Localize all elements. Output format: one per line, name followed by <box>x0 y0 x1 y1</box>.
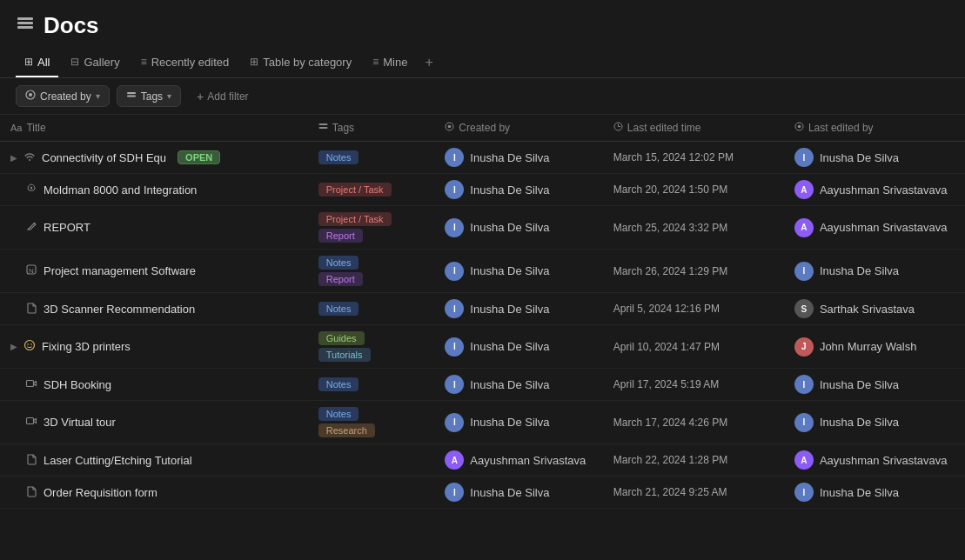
nav-add-button[interactable]: + <box>419 48 438 77</box>
tag: Tutorials <box>318 348 371 362</box>
nav-item-mine[interactable]: ≡ Mine <box>364 49 416 77</box>
row-icon <box>25 415 37 430</box>
tag: Notes <box>318 407 359 421</box>
edited-by-name: Inusha De Silva <box>820 151 899 164</box>
created-by-col-icon <box>445 122 454 134</box>
last-edited-by-cell: S Sarthak Srivastava <box>794 299 955 318</box>
created-by-cell: I Inusha De Silva <box>445 483 592 502</box>
last-edited-time: March 17, 2024 4:26 PM <box>603 401 784 444</box>
tags-filter[interactable]: Tags ▾ <box>117 85 181 107</box>
tag: Notes <box>318 256 359 270</box>
avatar: I <box>445 375 464 394</box>
last-edited-by-cell: A Aayushman Srivastavava <box>794 180 955 199</box>
svg-point-20 <box>25 341 35 350</box>
nav-bar: ⊞ All ⊟ Gallery ≡ Recently edited ⊞ Tabl… <box>0 48 965 78</box>
table-row[interactable]: NProject management SoftwareNotesReport … <box>0 250 965 293</box>
svg-rect-6 <box>127 96 136 97</box>
last-edited-time: March 20, 2024 1:50 PM <box>603 174 784 206</box>
svg-point-16 <box>29 159 30 161</box>
nav-item-table-by-category[interactable]: ⊞ Table by category <box>241 49 360 77</box>
tags-col-icon <box>318 122 328 134</box>
tag: Notes <box>318 302 359 316</box>
created-by-cell: I Inusha De Silva <box>445 375 592 394</box>
avatar: A <box>794 218 814 237</box>
last-edited-time: March 22, 2024 1:28 PM <box>603 444 784 477</box>
doc-title: SDH Booking <box>44 378 111 391</box>
created-by-name: Inusha De Silva <box>470 486 549 499</box>
avatar: I <box>445 262 464 281</box>
edited-by-name: John Murray Walsh <box>820 340 917 353</box>
docs-icon <box>16 14 35 37</box>
created-by-name: Aayushman Srivastava <box>470 454 586 467</box>
tags-chevron-icon: ▾ <box>167 91 171 101</box>
avatar: I <box>445 337 464 357</box>
avatar: A <box>445 450 464 470</box>
row-icon <box>25 453 37 468</box>
created-by-filter[interactable]: Created by ▾ <box>16 85 110 107</box>
last-edited-by-cell: I Inusha De Silva <box>794 262 955 281</box>
row-icon <box>25 302 37 317</box>
created-by-cell: I Inusha De Silva <box>445 262 592 281</box>
tag: Project / Task <box>318 212 392 226</box>
chevron-down-icon: ▾ <box>96 91 100 101</box>
created-by-name: Inusha De Silva <box>470 378 549 391</box>
table-row[interactable]: 3D Virtual tourNotesResearch I Inusha De… <box>0 401 965 444</box>
tag: Project / Task <box>318 183 392 197</box>
created-by-cell: I Inusha De Silva <box>445 148 592 167</box>
svg-rect-24 <box>27 418 34 424</box>
svg-point-10 <box>448 125 452 129</box>
row-icon <box>25 183 37 197</box>
header: Docs <box>0 0 965 48</box>
all-icon: ⊞ <box>24 56 33 68</box>
nav-item-gallery[interactable]: ⊟ Gallery <box>62 49 128 77</box>
table-container: Aa Title Tags <box>0 115 965 558</box>
last-edited-time: March 25, 2024 3:32 PM <box>603 206 784 250</box>
tag: Notes <box>318 377 359 391</box>
svg-rect-2 <box>17 26 33 29</box>
doc-title: 3D Virtual tour <box>44 416 116 429</box>
avatar: I <box>445 148 464 167</box>
created-by-name: Inusha De Silva <box>470 183 549 197</box>
avatar: I <box>445 180 464 199</box>
edited-by-name: Inusha De Silva <box>820 378 899 391</box>
expand-arrow[interactable]: ▶ <box>10 153 17 163</box>
doc-title: REPORT <box>44 221 90 234</box>
table-row[interactable]: Moldman 8000 and IntegrationProject / Ta… <box>0 174 965 206</box>
tags-icon <box>126 90 137 103</box>
table-row[interactable]: REPORTProject / TaskReport I Inusha De S… <box>0 206 965 250</box>
nav-item-all[interactable]: ⊞ All <box>16 49 58 77</box>
doc-title: Order Requisition form <box>44 486 157 499</box>
avatar: J <box>794 337 814 357</box>
tag: Research <box>318 423 375 437</box>
svg-point-17 <box>30 186 32 188</box>
add-filter-button[interactable]: + Add filter <box>188 86 258 107</box>
created-by-cell: I Inusha De Silva <box>445 413 592 432</box>
avatar: I <box>445 413 464 432</box>
table-row[interactable]: ▶Fixing 3D printersGuidesTutorials I Inu… <box>0 325 965 369</box>
table-row[interactable]: Order Requisition form I Inusha De Silva… <box>0 477 965 509</box>
svg-rect-1 <box>17 22 33 24</box>
doc-title: Moldman 8000 and Integration <box>44 183 197 197</box>
table-row[interactable]: Laser Cutting/Etching Tutorial A Aayushm… <box>0 444 965 477</box>
row-icon <box>25 377 37 392</box>
table-row[interactable]: ▶Connectivity of SDH EquOPENNotes I Inus… <box>0 142 965 174</box>
last-edited-by-cell: I Inusha De Silva <box>794 375 955 394</box>
doc-title: Project management Software <box>44 264 196 277</box>
last-edited-by-cell: A Aayushman Srivastavava <box>794 218 955 237</box>
tag: Report <box>318 272 363 286</box>
doc-title: Laser Cutting/Etching Tutorial <box>44 454 192 467</box>
created-by-name: Inusha De Silva <box>470 303 549 316</box>
svg-rect-8 <box>318 127 327 129</box>
last-edited-by-col-icon <box>794 122 804 134</box>
svg-point-4 <box>29 93 32 97</box>
row-icon <box>25 485 37 500</box>
expand-arrow[interactable]: ▶ <box>10 342 17 351</box>
svg-rect-23 <box>27 380 34 386</box>
table-row[interactable]: 3D Scanner RecommendationNotes I Inusha … <box>0 293 965 325</box>
doc-title: 3D Scanner Recommendation <box>44 303 195 316</box>
nav-item-recently-edited[interactable]: ≡ Recently edited <box>132 49 238 77</box>
edited-by-name: Aayushman Srivastavava <box>820 221 948 234</box>
table-row[interactable]: SDH BookingNotes I Inusha De Silva April… <box>0 369 965 401</box>
title-col-icon: Aa <box>10 123 22 133</box>
svg-rect-0 <box>17 17 33 20</box>
